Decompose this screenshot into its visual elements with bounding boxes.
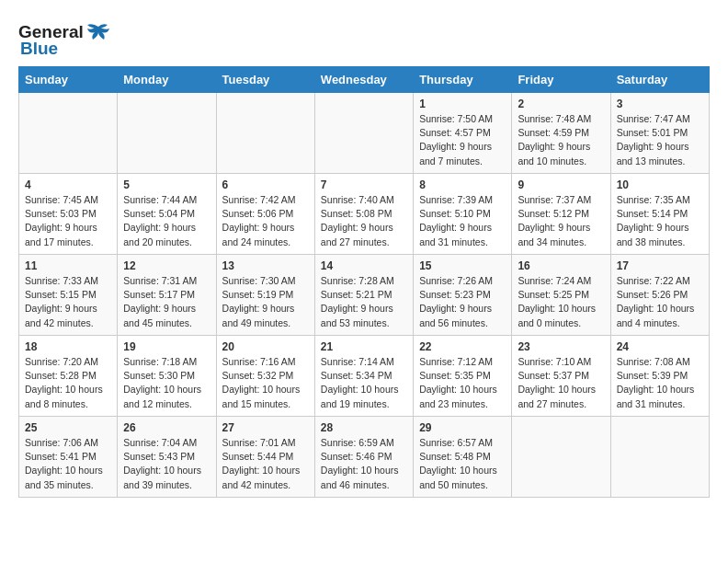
day-number: 20 (222, 340, 309, 353)
page-header: General Blue (18, 18, 710, 59)
day-info: Sunrise: 7:30 AM Sunset: 5:19 PM Dayligh… (222, 274, 309, 330)
day-number: 24 (617, 340, 703, 353)
day-info: Sunrise: 7:37 AM Sunset: 5:12 PM Dayligh… (518, 193, 604, 249)
day-info: Sunrise: 7:42 AM Sunset: 5:06 PM Dayligh… (222, 193, 309, 249)
logo-blue: Blue (20, 39, 58, 59)
calendar-cell: 1Sunrise: 7:50 AM Sunset: 4:57 PM Daylig… (414, 93, 512, 174)
calendar-week-2: 4Sunrise: 7:45 AM Sunset: 5:03 PM Daylig… (19, 174, 710, 255)
day-info: Sunrise: 7:28 AM Sunset: 5:21 PM Dayligh… (321, 274, 407, 330)
calendar-cell: 28Sunrise: 6:59 AM Sunset: 5:46 PM Dayli… (314, 417, 413, 498)
day-number: 4 (25, 178, 111, 191)
day-number: 15 (419, 259, 506, 272)
day-number: 1 (419, 98, 506, 110)
day-info: Sunrise: 7:14 AM Sunset: 5:34 PM Dayligh… (321, 355, 407, 411)
day-number: 28 (321, 421, 407, 434)
calendar-cell: 16Sunrise: 7:24 AM Sunset: 5:25 PM Dayli… (512, 255, 610, 336)
calendar-cell: 4Sunrise: 7:45 AM Sunset: 5:03 PM Daylig… (19, 174, 118, 255)
day-number: 12 (123, 259, 210, 272)
calendar-cell: 22Sunrise: 7:12 AM Sunset: 5:35 PM Dayli… (414, 336, 512, 417)
day-info: Sunrise: 7:45 AM Sunset: 5:03 PM Dayligh… (25, 193, 111, 249)
calendar-cell: 11Sunrise: 7:33 AM Sunset: 5:15 PM Dayli… (19, 255, 118, 336)
day-info: Sunrise: 7:04 AM Sunset: 5:43 PM Dayligh… (123, 436, 210, 492)
calendar-cell: 20Sunrise: 7:16 AM Sunset: 5:32 PM Dayli… (216, 336, 314, 417)
calendar-cell: 14Sunrise: 7:28 AM Sunset: 5:21 PM Dayli… (314, 255, 413, 336)
calendar-cell: 8Sunrise: 7:39 AM Sunset: 5:10 PM Daylig… (414, 174, 512, 255)
calendar-cell: 25Sunrise: 7:06 AM Sunset: 5:41 PM Dayli… (19, 417, 118, 498)
day-info: Sunrise: 7:20 AM Sunset: 5:28 PM Dayligh… (25, 355, 111, 411)
day-info: Sunrise: 7:01 AM Sunset: 5:44 PM Dayligh… (222, 436, 309, 492)
day-number: 22 (419, 340, 506, 353)
day-info: Sunrise: 7:35 AM Sunset: 5:14 PM Dayligh… (617, 193, 703, 249)
calendar-cell: 29Sunrise: 6:57 AM Sunset: 5:48 PM Dayli… (414, 417, 512, 498)
calendar-cell: 19Sunrise: 7:18 AM Sunset: 5:30 PM Dayli… (118, 336, 216, 417)
calendar-cell (512, 417, 610, 498)
day-number: 13 (222, 259, 309, 272)
day-info: Sunrise: 7:26 AM Sunset: 5:23 PM Dayligh… (419, 274, 506, 330)
calendar-table: SundayMondayTuesdayWednesdayThursdayFrid… (18, 66, 710, 498)
day-number: 25 (25, 421, 111, 434)
day-number: 14 (321, 259, 407, 272)
calendar-week-5: 25Sunrise: 7:06 AM Sunset: 5:41 PM Dayli… (19, 417, 710, 498)
calendar-cell: 10Sunrise: 7:35 AM Sunset: 5:14 PM Dayli… (610, 174, 709, 255)
day-number: 21 (321, 340, 407, 353)
calendar-cell: 3Sunrise: 7:47 AM Sunset: 5:01 PM Daylig… (610, 93, 709, 174)
calendar-cell: 7Sunrise: 7:40 AM Sunset: 5:08 PM Daylig… (314, 174, 413, 255)
day-number: 27 (222, 421, 309, 434)
day-number: 2 (518, 98, 604, 110)
column-header-sunday: Sunday (19, 67, 118, 93)
day-info: Sunrise: 7:39 AM Sunset: 5:10 PM Dayligh… (419, 193, 506, 249)
column-header-wednesday: Wednesday (314, 67, 413, 93)
calendar-week-4: 18Sunrise: 7:20 AM Sunset: 5:28 PM Dayli… (19, 336, 710, 417)
day-number: 8 (419, 178, 506, 191)
column-header-saturday: Saturday (610, 67, 709, 93)
calendar-cell: 5Sunrise: 7:44 AM Sunset: 5:04 PM Daylig… (118, 174, 216, 255)
day-info: Sunrise: 7:48 AM Sunset: 4:59 PM Dayligh… (518, 112, 604, 168)
day-number: 9 (518, 178, 604, 191)
day-number: 16 (518, 259, 604, 272)
calendar-cell (118, 93, 216, 174)
calendar-cell (610, 417, 709, 498)
calendar-cell: 6Sunrise: 7:42 AM Sunset: 5:06 PM Daylig… (216, 174, 314, 255)
logo: General Blue (18, 22, 111, 59)
day-number: 26 (123, 421, 210, 434)
calendar-cell: 23Sunrise: 7:10 AM Sunset: 5:37 PM Dayli… (512, 336, 610, 417)
day-info: Sunrise: 7:12 AM Sunset: 5:35 PM Dayligh… (419, 355, 506, 411)
calendar-cell: 9Sunrise: 7:37 AM Sunset: 5:12 PM Daylig… (512, 174, 610, 255)
day-number: 18 (25, 340, 111, 353)
day-info: Sunrise: 7:18 AM Sunset: 5:30 PM Dayligh… (123, 355, 210, 411)
day-info: Sunrise: 7:47 AM Sunset: 5:01 PM Dayligh… (617, 112, 703, 168)
day-number: 10 (617, 178, 703, 191)
calendar-week-1: 1Sunrise: 7:50 AM Sunset: 4:57 PM Daylig… (19, 93, 710, 174)
day-info: Sunrise: 7:10 AM Sunset: 5:37 PM Dayligh… (518, 355, 604, 411)
calendar-cell (314, 93, 413, 174)
day-number: 23 (518, 340, 604, 353)
column-header-tuesday: Tuesday (216, 67, 314, 93)
calendar-cell (19, 93, 118, 174)
calendar-header-row: SundayMondayTuesdayWednesdayThursdayFrid… (19, 67, 710, 93)
day-info: Sunrise: 7:44 AM Sunset: 5:04 PM Dayligh… (123, 193, 210, 249)
day-info: Sunrise: 7:06 AM Sunset: 5:41 PM Dayligh… (25, 436, 111, 492)
day-info: Sunrise: 7:50 AM Sunset: 4:57 PM Dayligh… (419, 112, 506, 168)
day-info: Sunrise: 7:31 AM Sunset: 5:17 PM Dayligh… (123, 274, 210, 330)
day-info: Sunrise: 7:33 AM Sunset: 5:15 PM Dayligh… (25, 274, 111, 330)
day-info: Sunrise: 7:40 AM Sunset: 5:08 PM Dayligh… (321, 193, 407, 249)
day-info: Sunrise: 6:57 AM Sunset: 5:48 PM Dayligh… (419, 436, 506, 492)
calendar-cell: 24Sunrise: 7:08 AM Sunset: 5:39 PM Dayli… (610, 336, 709, 417)
day-info: Sunrise: 6:59 AM Sunset: 5:46 PM Dayligh… (321, 436, 407, 492)
day-number: 17 (617, 259, 703, 272)
day-info: Sunrise: 7:24 AM Sunset: 5:25 PM Dayligh… (518, 274, 604, 330)
day-number: 3 (617, 98, 703, 110)
day-number: 7 (321, 178, 407, 191)
logo-bird-icon (85, 23, 111, 41)
day-number: 6 (222, 178, 309, 191)
column-header-thursday: Thursday (414, 67, 512, 93)
day-info: Sunrise: 7:22 AM Sunset: 5:26 PM Dayligh… (617, 274, 703, 330)
day-info: Sunrise: 7:16 AM Sunset: 5:32 PM Dayligh… (222, 355, 309, 411)
day-number: 29 (419, 421, 506, 434)
day-number: 5 (123, 178, 210, 191)
day-info: Sunrise: 7:08 AM Sunset: 5:39 PM Dayligh… (617, 355, 703, 411)
calendar-cell (216, 93, 314, 174)
calendar-cell: 26Sunrise: 7:04 AM Sunset: 5:43 PM Dayli… (118, 417, 216, 498)
calendar-cell: 12Sunrise: 7:31 AM Sunset: 5:17 PM Dayli… (118, 255, 216, 336)
day-number: 11 (25, 259, 111, 272)
